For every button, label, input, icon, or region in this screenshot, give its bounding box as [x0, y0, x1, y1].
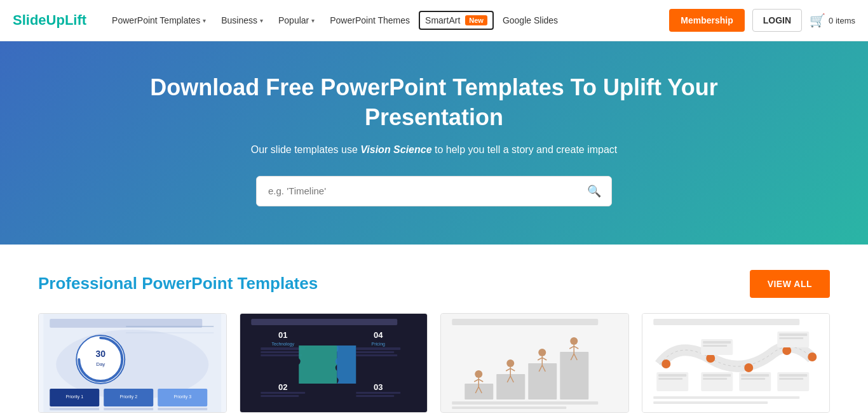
svg-rect-64	[741, 378, 765, 380]
nav-label-business: Business	[221, 15, 257, 25]
hero-heading: Download Free PowerPoint Templates To Up…	[148, 73, 720, 133]
svg-rect-63	[741, 374, 769, 377]
new-badge: New	[465, 15, 487, 25]
card-image-4	[642, 314, 830, 412]
svg-rect-60	[658, 378, 682, 380]
hero-section: Download Free PowerPoint Templates To Up…	[0, 41, 868, 245]
svg-rect-24	[261, 354, 302, 356]
nav-label-powerpoint-themes: PowerPoint Themes	[330, 15, 410, 25]
svg-rect-41	[560, 352, 588, 399]
section-title: Professional PowerPoint Templates	[38, 274, 318, 293]
logo[interactable]: SlideUpLift	[13, 12, 86, 29]
nav-item-business[interactable]: Business ▾	[215, 11, 269, 29]
hero-subtitle-prefix: Our slide templates use	[251, 144, 361, 155]
svg-rect-29	[356, 354, 397, 356]
nav-item-powerpoint-templates[interactable]: PowerPoint Templates ▾	[105, 11, 212, 29]
logo-text: SlideUpLift	[13, 12, 86, 28]
svg-rect-14	[104, 408, 153, 410]
hero-subtitle-italic: Vision Science	[360, 144, 431, 155]
nav-label-popular: Popular	[278, 15, 309, 25]
svg-point-52	[744, 363, 753, 372]
cards-grid: 30 Day Priority 1 Priority 2 Priority 3	[38, 313, 830, 413]
svg-point-53	[782, 346, 791, 355]
svg-rect-33	[261, 395, 299, 397]
svg-rect-61	[703, 374, 731, 377]
card-image-1: 30 Day Priority 1 Priority 2 Priority 3	[39, 314, 226, 412]
templates-section: Professional PowerPoint Templates VIEW A…	[0, 245, 868, 416]
membership-button[interactable]: Membership	[669, 9, 744, 32]
view-all-button[interactable]: VIEW ALL	[750, 270, 830, 298]
svg-rect-15	[158, 408, 207, 410]
nav-item-popular[interactable]: Popular ▾	[272, 11, 321, 29]
svg-point-51	[706, 354, 715, 363]
nav-item-smartart[interactable]: SmartArt New	[419, 11, 494, 30]
nav-links: PowerPoint Templates ▾ Business ▾ Popula…	[105, 11, 669, 30]
card-image-2: 01 Technology 04 Pricing	[240, 314, 428, 412]
search-input[interactable]	[257, 177, 577, 205]
svg-rect-22	[261, 347, 305, 350]
svg-text:Priority 1: Priority 1	[65, 394, 83, 399]
svg-rect-47	[452, 406, 566, 409]
template-card-2[interactable]: 01 Technology 04 Pricing	[240, 313, 428, 413]
svg-rect-73	[653, 396, 799, 399]
nav-item-google-slides[interactable]: Google Slides	[496, 11, 564, 29]
svg-text:Technology: Technology	[271, 342, 294, 347]
svg-text:Priority 3: Priority 3	[173, 394, 191, 399]
template-card-3[interactable]	[440, 313, 629, 413]
svg-rect-27	[356, 347, 400, 350]
search-button[interactable]: 🔍	[577, 177, 611, 206]
nav-label-powerpoint-templates: PowerPoint Templates	[112, 15, 200, 25]
svg-rect-68	[703, 341, 731, 344]
template-card-1[interactable]: 30 Day Priority 1 Priority 2 Priority 3	[38, 313, 227, 413]
svg-rect-39	[496, 374, 525, 399]
svg-text:01: 01	[278, 330, 287, 340]
chevron-down-icon: ▾	[311, 17, 315, 24]
svg-rect-71	[779, 333, 807, 336]
svg-text:Priority 2: Priority 2	[119, 394, 137, 399]
svg-text:02: 02	[278, 382, 287, 392]
section-title-plain: Professional	[38, 274, 142, 293]
svg-rect-23	[261, 351, 299, 353]
svg-text:Pricing: Pricing	[371, 342, 385, 347]
svg-rect-19	[251, 319, 397, 325]
svg-rect-37	[452, 319, 598, 325]
navbar: SlideUpLift PowerPoint Templates ▾ Busin…	[0, 0, 868, 41]
section-title-colored: PowerPoint Templates	[142, 274, 318, 293]
svg-rect-13	[50, 408, 99, 410]
svg-point-42	[475, 370, 482, 378]
svg-rect-62	[703, 378, 727, 380]
svg-rect-35	[356, 395, 394, 397]
svg-point-45	[570, 337, 578, 345]
cart-icon: 🛒	[810, 13, 825, 28]
nav-right: Membership LOGIN 🛒 0 items	[669, 9, 855, 32]
svg-text:03: 03	[374, 382, 383, 392]
cart-count: 0 items	[829, 16, 855, 25]
svg-point-54	[808, 352, 817, 361]
svg-rect-65	[779, 374, 807, 377]
svg-point-44	[538, 349, 546, 356]
svg-text:Day: Day	[96, 361, 105, 367]
svg-rect-34	[356, 392, 400, 394]
template-card-4[interactable]	[642, 313, 831, 413]
nav-label-smartart: SmartArt	[425, 15, 460, 25]
svg-rect-32	[261, 392, 305, 394]
cart-area[interactable]: 🛒 0 items	[810, 13, 855, 28]
search-bar: 🔍	[256, 176, 612, 206]
chevron-down-icon: ▾	[203, 17, 206, 24]
svg-text:30: 30	[95, 349, 105, 359]
svg-rect-49	[653, 319, 799, 325]
svg-rect-46	[452, 401, 598, 405]
svg-rect-69	[703, 345, 727, 347]
hero-subtitle: Our slide templates use Vision Science t…	[251, 144, 618, 156]
svg-point-43	[506, 359, 514, 367]
svg-rect-74	[653, 401, 768, 404]
nav-item-powerpoint-themes[interactable]: PowerPoint Themes	[323, 11, 416, 29]
login-button[interactable]: LOGIN	[752, 9, 802, 32]
nav-label-google-slides: Google Slides	[503, 15, 558, 25]
chevron-down-icon: ▾	[260, 17, 263, 24]
svg-rect-72	[779, 337, 803, 339]
section-header: Professional PowerPoint Templates VIEW A…	[38, 270, 830, 298]
svg-rect-40	[528, 363, 557, 399]
svg-point-50	[661, 359, 670, 368]
svg-text:04: 04	[374, 330, 383, 340]
